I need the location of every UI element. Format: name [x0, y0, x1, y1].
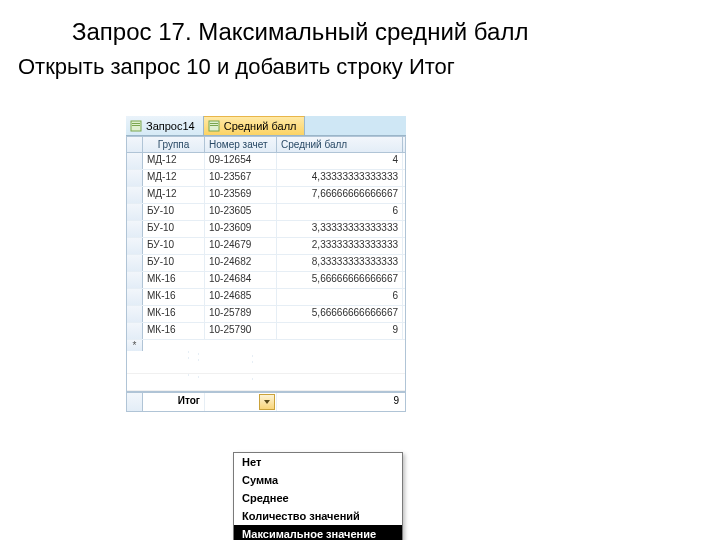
row-selector[interactable]: [127, 170, 143, 186]
column-header-group[interactable]: Группа: [143, 137, 205, 152]
table-row[interactable]: МК-1610-257909: [127, 323, 405, 340]
totals-row: Итог 9: [127, 391, 405, 411]
cell-record-no[interactable]: 10-23569: [205, 187, 277, 203]
row-selector[interactable]: [127, 221, 143, 237]
cell-group[interactable]: БУ-10: [143, 255, 205, 271]
cell-record-no[interactable]: 10-24679: [205, 238, 277, 254]
aggregate-option[interactable]: Среднее: [234, 489, 402, 507]
cell-group[interactable]: БУ-10: [143, 238, 205, 254]
totals-label: Итог: [143, 393, 205, 411]
cell-record-no[interactable]: 10-24685: [205, 289, 277, 305]
cell-record-no[interactable]: 10-23609: [205, 221, 277, 237]
cell-group[interactable]: МД-12: [143, 170, 205, 186]
svg-rect-4: [210, 123, 218, 124]
cell-group[interactable]: МК-16: [143, 306, 205, 322]
column-header-avg[interactable]: Средний балл: [277, 137, 403, 152]
row-selector[interactable]: [127, 255, 143, 271]
cell-record-no[interactable]: 09-12654: [205, 153, 277, 169]
cell-avg[interactable]: 4: [277, 153, 403, 169]
table-row[interactable]: МД-1209-126544: [127, 153, 405, 170]
cell-avg[interactable]: 9: [277, 323, 403, 339]
query-icon: [208, 120, 220, 132]
table-row[interactable]: МД-1210-235697,66666666666667: [127, 187, 405, 204]
cell-record-no[interactable]: 10-25790: [205, 323, 277, 339]
cell-group[interactable]: БУ-10: [143, 221, 205, 237]
cell-group[interactable]: МК-16: [143, 289, 205, 305]
cell-group[interactable]: МК-16: [143, 272, 205, 288]
cell-avg[interactable]: 4,33333333333333: [277, 170, 403, 186]
svg-rect-5: [210, 125, 218, 126]
blank-rows: [127, 357, 405, 391]
row-selector[interactable]: [127, 238, 143, 254]
row-selector[interactable]: [127, 153, 143, 169]
row-selector-header[interactable]: [127, 137, 143, 152]
cell-avg[interactable]: 5,66666666666667: [277, 306, 403, 322]
cell-record-no[interactable]: 10-24684: [205, 272, 277, 288]
cell-record-no[interactable]: 10-24682: [205, 255, 277, 271]
row-selector[interactable]: [127, 289, 143, 305]
query-icon: [130, 120, 142, 132]
aggregate-option[interactable]: Сумма: [234, 471, 402, 489]
cell-avg[interactable]: 8,33333333333333: [277, 255, 403, 271]
tab-query14[interactable]: Запрос14: [126, 116, 204, 135]
grid-body: МД-1209-126544МД-1210-235674,33333333333…: [127, 153, 405, 340]
new-record-row[interactable]: [127, 340, 405, 357]
table-row[interactable]: МД-1210-235674,33333333333333: [127, 170, 405, 187]
table-row[interactable]: МК-1610-257895,66666666666667: [127, 306, 405, 323]
blank-row: [127, 357, 405, 374]
svg-rect-2: [132, 125, 140, 126]
cell-avg[interactable]: 3,33333333333333: [277, 221, 403, 237]
cell-avg[interactable]: 6: [277, 289, 403, 305]
tab-average-score[interactable]: Средний балл: [204, 116, 306, 135]
aggregate-dropdown-button[interactable]: [259, 394, 275, 410]
tab-bar: Запрос14 Средний балл: [126, 116, 406, 136]
table-row[interactable]: БУ-1010-236056: [127, 204, 405, 221]
aggregate-option[interactable]: Количество значений: [234, 507, 402, 525]
grid-header-row: Группа Номер зачет Средний балл: [127, 137, 405, 153]
aggregate-option[interactable]: Нет: [234, 453, 402, 471]
cell-record-no[interactable]: 10-25789: [205, 306, 277, 322]
tab-label: Средний балл: [224, 120, 297, 132]
row-selector[interactable]: [127, 323, 143, 339]
cell-record-no[interactable]: 10-23605: [205, 204, 277, 220]
cell-avg[interactable]: 6: [277, 204, 403, 220]
cell-record-no[interactable]: 10-23567: [205, 170, 277, 186]
cell-group[interactable]: МК-16: [143, 323, 205, 339]
cell-avg[interactable]: 7,66666666666667: [277, 187, 403, 203]
datasheet-grid: Группа Номер зачет Средний балл МД-1209-…: [126, 136, 406, 412]
cell-group[interactable]: МД-12: [143, 187, 205, 203]
tab-label: Запрос14: [146, 120, 195, 132]
totals-aggregate-cell[interactable]: [205, 393, 277, 411]
cell-group[interactable]: МД-12: [143, 153, 205, 169]
page-subtitle: Открыть запрос 10 и добавить строку Итог: [18, 54, 720, 80]
blank-row: [127, 374, 405, 391]
row-selector[interactable]: [127, 187, 143, 203]
chevron-down-icon: [263, 398, 271, 406]
totals-avg-value[interactable]: 9: [277, 393, 403, 411]
column-header-record-no[interactable]: Номер зачет: [205, 137, 277, 152]
row-selector[interactable]: [127, 204, 143, 220]
page-title: Запрос 17. Максимальный средний балл: [72, 18, 720, 46]
table-row[interactable]: МК-1610-246856: [127, 289, 405, 306]
datasheet-window: Запрос14 Средний балл Группа Номер зачет…: [126, 116, 406, 412]
svg-rect-1: [132, 123, 140, 124]
row-selector[interactable]: [127, 272, 143, 288]
table-row[interactable]: БУ-1010-246792,33333333333333: [127, 238, 405, 255]
table-row[interactable]: БУ-1010-246828,33333333333333: [127, 255, 405, 272]
aggregate-option[interactable]: Максимальное значение: [234, 525, 402, 540]
table-row[interactable]: БУ-1010-236093,33333333333333: [127, 221, 405, 238]
row-selector[interactable]: [127, 340, 143, 351]
aggregate-dropdown-menu[interactable]: НетСуммаСреднееКоличество значенийМаксим…: [233, 452, 403, 540]
row-selector[interactable]: [127, 393, 143, 411]
table-row[interactable]: МК-1610-246845,66666666666667: [127, 272, 405, 289]
row-selector[interactable]: [127, 306, 143, 322]
cell-avg[interactable]: 2,33333333333333: [277, 238, 403, 254]
cell-group[interactable]: БУ-10: [143, 204, 205, 220]
cell-avg[interactable]: 5,66666666666667: [277, 272, 403, 288]
